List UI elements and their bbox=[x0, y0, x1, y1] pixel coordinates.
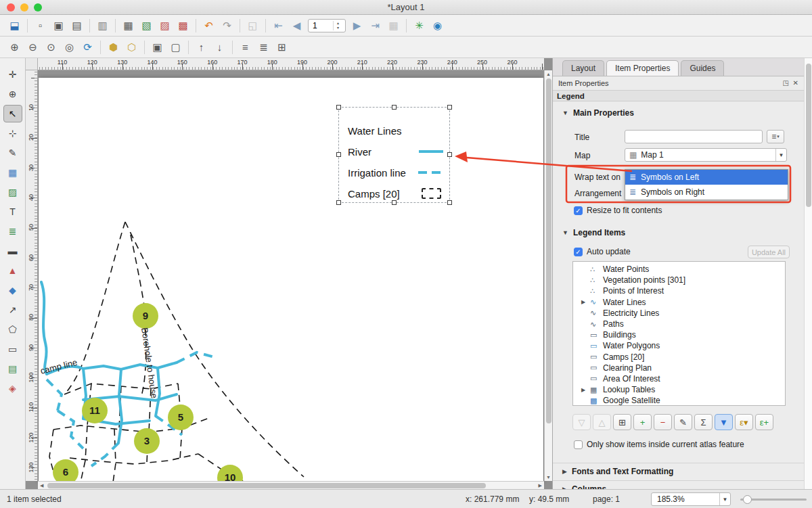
zoom-slider-knob[interactable] bbox=[743, 495, 752, 504]
scroll-up-arrow[interactable]: ▲ bbox=[546, 72, 551, 76]
legend-title-input[interactable] bbox=[625, 130, 763, 143]
vertical-scroll-thumb[interactable] bbox=[546, 78, 551, 423]
atlas-previous-feature-button[interactable]: ◀ bbox=[288, 17, 305, 34]
atlas-page-spinbox[interactable]: ▴▾ bbox=[308, 19, 346, 32]
legend-tree-item-clearing-plan[interactable]: ▭Clearing Plan bbox=[573, 363, 785, 373]
resize-handle[interactable] bbox=[392, 200, 397, 205]
legend-tree-item-area-of-interest[interactable]: ▭Area Of Interest bbox=[573, 373, 785, 384]
expand-arrow-icon[interactable]: ▶ bbox=[581, 299, 590, 305]
atlas-settings-button[interactable]: ✳ bbox=[411, 17, 428, 34]
window-scroll-thumb[interactable] bbox=[806, 64, 811, 207]
option-symbols-on-left[interactable]: ≣ Symbols on Left bbox=[625, 170, 788, 185]
atlas-filter-button[interactable]: ε+ bbox=[755, 414, 773, 430]
unlock-all-items-button[interactable]: ⬡ bbox=[123, 39, 140, 55]
add-group-button[interactable]: ⊞ bbox=[613, 414, 631, 430]
resize-handle[interactable] bbox=[336, 200, 341, 205]
lower-selected-items-button[interactable]: ↓ bbox=[211, 39, 228, 55]
group-items-button[interactable]: ▣ bbox=[149, 39, 166, 55]
legend-tree-item-paths[interactable]: ∿Paths bbox=[573, 319, 785, 329]
tab-layout[interactable]: Layout bbox=[562, 60, 604, 76]
add-label-tool[interactable]: T bbox=[3, 203, 22, 221]
atlas-first-feature-button[interactable]: ⇤ bbox=[270, 17, 287, 34]
undock-panel-icon[interactable]: ◳ bbox=[783, 79, 789, 87]
filter-legend-by-map-button[interactable]: ▼ bbox=[715, 414, 733, 430]
add-legend-tool[interactable]: ≣ bbox=[3, 223, 22, 240]
layout-page[interactable]: 91153610 camp line Borehole to house Wat… bbox=[39, 78, 543, 481]
map-select[interactable]: ▦ Map 1 ▼ bbox=[625, 148, 787, 162]
main-properties-header[interactable]: ▼ Main Properties bbox=[562, 108, 634, 118]
zoom-in-button[interactable]: ⊕ bbox=[6, 39, 23, 55]
export-svg-button[interactable]: ▨ bbox=[156, 17, 173, 34]
add-arrow-tool[interactable]: ↗ bbox=[3, 301, 22, 319]
add-html-frame-tool[interactable]: ▭ bbox=[3, 340, 22, 358]
resize-handle[interactable] bbox=[392, 105, 397, 110]
redo-button[interactable]: ↷ bbox=[219, 17, 235, 34]
zoom-slider[interactable] bbox=[740, 499, 807, 501]
edit-nodes-item-tool[interactable]: ✎ bbox=[3, 144, 22, 162]
select-move-item-tool[interactable]: ↖ bbox=[3, 105, 22, 122]
raise-selected-items-button[interactable]: ↑ bbox=[193, 39, 210, 55]
horizontal-scroll-thumb[interactable] bbox=[47, 483, 486, 488]
export-image-button[interactable]: ▧ bbox=[138, 17, 155, 34]
add-map-tool[interactable]: ▦ bbox=[3, 164, 22, 181]
align-selected-items-button[interactable]: ≡ bbox=[237, 39, 254, 55]
option-symbols-on-right[interactable]: ≣ Symbols on Right bbox=[625, 185, 788, 200]
new-layout-button[interactable]: ▫ bbox=[32, 17, 49, 34]
spinner-arrows[interactable]: ▴▾ bbox=[333, 21, 342, 30]
legend-tree-item-water-lines[interactable]: ▶∿Water Lines bbox=[573, 297, 785, 308]
zoom-tool[interactable]: ⊕ bbox=[3, 85, 22, 103]
close-panel-icon[interactable]: ✕ bbox=[793, 79, 798, 87]
add-shape-tool[interactable]: ◆ bbox=[3, 281, 22, 299]
move-item-content-tool[interactable]: ⊹ bbox=[3, 124, 22, 142]
scroll-down-arrow[interactable]: ▼ bbox=[546, 475, 551, 480]
expand-arrow-icon[interactable]: ▶ bbox=[581, 387, 590, 393]
edit-item-button[interactable]: ✎ bbox=[674, 414, 692, 430]
legend-tree-item-water-points[interactable]: ∴Water Points bbox=[573, 264, 785, 275]
legend-tree-item-vegetation-points-301[interactable]: ∴Vegetation points [301] bbox=[573, 275, 785, 285]
scroll-left-arrow[interactable]: ◀ bbox=[40, 483, 43, 488]
add-attribute-table-tool[interactable]: ▤ bbox=[3, 360, 22, 377]
distribute-items-button[interactable]: ≣ bbox=[255, 39, 272, 55]
refresh-view-button[interactable]: ⟳ bbox=[79, 39, 96, 55]
save-layout-button[interactable]: ⬓ bbox=[6, 17, 23, 34]
resize-handle[interactable] bbox=[447, 200, 452, 205]
legend-tree-item-points-of-interest[interactable]: ∴Points of Interest bbox=[573, 285, 785, 296]
atlas-last-feature-button[interactable]: ⇥ bbox=[367, 17, 384, 34]
zoom-to-main-map-button[interactable]: ◉ bbox=[429, 17, 446, 34]
zoom-out-button[interactable]: ⊖ bbox=[24, 39, 41, 55]
auto-update-checkbox[interactable]: ✓ bbox=[574, 248, 583, 256]
resize-to-fit-checkbox[interactable]: ✓ bbox=[574, 206, 583, 215]
legend-items-header[interactable]: ▼ Legend Items bbox=[562, 228, 625, 237]
scroll-right-arrow[interactable]: ▶ bbox=[539, 483, 542, 488]
legend-tree-item-buildings[interactable]: ▭Buildings bbox=[573, 329, 785, 340]
tab-item-properties[interactable]: Item Properties bbox=[606, 60, 679, 76]
tab-guides[interactable]: Guides bbox=[681, 60, 724, 76]
undo-button[interactable]: ↶ bbox=[200, 17, 217, 34]
add-picture-tool[interactable]: ▨ bbox=[3, 183, 22, 201]
count-symbols-button[interactable]: Σ bbox=[694, 414, 713, 430]
filter-by-expression-button[interactable]: ε▾ bbox=[735, 414, 753, 430]
legend-tree-item-google-satellite[interactable]: ▩Google Satellite bbox=[573, 395, 785, 406]
resize-handle[interactable] bbox=[447, 105, 452, 110]
add-item-button[interactable]: + bbox=[633, 414, 652, 430]
legend-tree-item-camps-20[interactable]: ▭Camps [20] bbox=[573, 352, 785, 363]
legend-item[interactable]: Water Lines River Irrigation line Camps … bbox=[338, 107, 450, 203]
resize-handle[interactable] bbox=[336, 152, 341, 157]
lock-selected-items-button[interactable]: ⬢ bbox=[105, 39, 122, 55]
atlas-only-checkbox[interactable] bbox=[574, 440, 583, 449]
legend-tree-item-electricity-lines[interactable]: ∿Electricity Lines bbox=[573, 308, 785, 319]
duplicate-layout-button[interactable]: ▣ bbox=[50, 17, 67, 34]
add-marker-tool[interactable]: ◈ bbox=[3, 379, 22, 397]
zoom-full-button[interactable]: ⊙ bbox=[43, 39, 60, 55]
legend-tree-item-lookup-tables[interactable]: ▶▦Lookup Tables bbox=[573, 384, 785, 395]
resize-items-button[interactable]: ⊞ bbox=[273, 39, 290, 55]
resize-handle[interactable] bbox=[336, 105, 341, 110]
add-scalebar-tool[interactable]: ▬ bbox=[3, 242, 22, 260]
remove-item-button[interactable]: − bbox=[654, 414, 672, 430]
layout-manager-button[interactable]: ▤ bbox=[68, 17, 85, 34]
data-defined-override-button[interactable]: ≡▾ bbox=[767, 130, 784, 143]
resize-handle[interactable] bbox=[447, 152, 452, 157]
zoom-100-button[interactable]: ◎ bbox=[61, 39, 78, 55]
fonts-formatting-section[interactable]: ▶ Fonts and Text Formatting bbox=[553, 463, 804, 480]
pan-layout-tool[interactable]: ✛ bbox=[3, 66, 22, 83]
